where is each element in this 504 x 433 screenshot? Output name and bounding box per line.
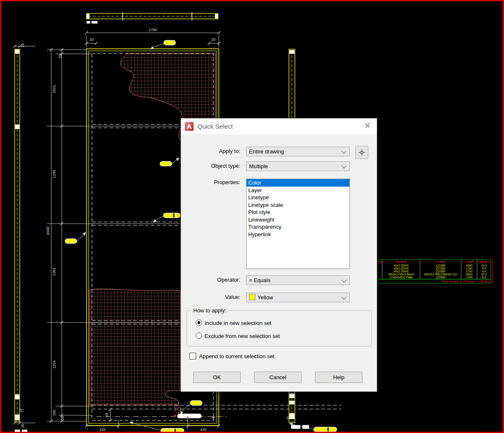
edge-mark	[15, 430, 20, 432]
balloon-label	[161, 428, 184, 433]
append-checkbox-label: Append to current selection set	[199, 353, 274, 359]
property-item-color[interactable]: Color	[247, 179, 349, 187]
svg-text:420: 420	[99, 428, 105, 432]
svg-text:20: 20	[60, 416, 65, 420]
svg-text:Weight: Weight	[479, 260, 489, 264]
value-dropdown[interactable]: Yellow	[246, 293, 350, 302]
svg-text:4.0: 4.0	[482, 276, 486, 279]
svg-text:20: 20	[211, 37, 215, 42]
apply-to-value: Entire drawing	[249, 148, 284, 155]
svg-text:4940: 4940	[46, 227, 50, 235]
select-objects-button[interactable]	[355, 146, 368, 159]
side-view-left	[15, 49, 24, 422]
svg-text:4.8: 4.8	[482, 270, 486, 273]
svg-text:1740x145x2 Plate: 1740x145x2 Plate	[389, 276, 413, 279]
svg-text:58: 58	[105, 413, 109, 417]
svg-text:1700: 1700	[466, 270, 472, 273]
apply-to-dropdown[interactable]: Entire drawing	[246, 147, 350, 156]
svg-text:165: 165	[52, 409, 56, 416]
help-button[interactable]: Help	[315, 372, 362, 383]
svg-text:40x2.5SHS: 40x2.5SHS	[394, 267, 409, 270]
radio-include-label: Include in new selection set	[205, 320, 271, 326]
svg-text:1021: 1021	[52, 85, 56, 93]
property-item-plot-style[interactable]: Plot style	[247, 209, 349, 216]
how-to-apply-group	[186, 310, 372, 346]
balloon-label	[190, 401, 202, 405]
dialog-titlebar[interactable]: Quick Select ×	[181, 119, 377, 134]
close-icon[interactable]: ×	[358, 119, 377, 134]
chevron-down-icon	[341, 277, 346, 282]
autocad-viewport: 1780202020201021129949401301115416520205…	[0, 0, 504, 433]
svg-text:Qty: Qty	[377, 260, 383, 264]
balloon-label	[65, 239, 77, 243]
balloon-label	[314, 427, 337, 432]
balloon-label	[164, 40, 176, 45]
radio-include-new-selection[interactable]	[196, 319, 202, 326]
svg-text:40x2.5SHS: 40x2.5SHS	[394, 264, 409, 267]
autocad-logo-icon	[185, 122, 194, 131]
value-value: Yellow	[257, 294, 273, 301]
property-item-hyperlink[interactable]: Hyperlink	[247, 231, 349, 238]
svg-text:20: 20	[58, 54, 62, 58]
svg-text:1301: 1301	[52, 267, 56, 276]
svg-text:Q235B: Q235B	[436, 276, 445, 279]
panel-top-view	[87, 12, 218, 24]
svg-text:Grade: Grade	[436, 260, 445, 264]
property-item-linetype[interactable]: Linetype	[247, 194, 349, 201]
property-item-layer[interactable]: Layer	[247, 187, 349, 194]
select-objects-icon	[358, 149, 365, 156]
operator-dropdown[interactable]: = Equals	[246, 275, 350, 285]
svg-text:20: 20	[89, 37, 94, 42]
balloon-label	[163, 213, 180, 218]
svg-text:4940: 4940	[466, 264, 472, 267]
append-checkbox[interactable]	[189, 353, 196, 359]
property-item-lineweight[interactable]: Lineweight	[247, 216, 349, 224]
value-label: Value:	[181, 294, 240, 300]
balloon-label	[160, 161, 172, 166]
property-item-linetype-scale[interactable]: Linetype scale	[247, 201, 349, 209]
radio-exclude-label: Exclude from new selection set	[205, 333, 280, 339]
chevron-down-icon	[341, 295, 346, 299]
svg-text:20: 20	[21, 424, 25, 428]
properties-list[interactable]: ColorLayerLinetypeLinetype scalePlot sty…	[246, 179, 350, 269]
svg-text:Length: Length	[465, 260, 474, 264]
properties-label: Properties:	[181, 179, 240, 185]
radio-exclude-new-selection[interactable]	[196, 333, 202, 339]
svg-text:20: 20	[21, 43, 25, 48]
dialog-title: Quick Select	[197, 123, 233, 130]
svg-text:32.0: 32.0	[481, 273, 487, 276]
object-type-value: Multiple	[249, 163, 268, 169]
object-type-dropdown[interactable]: Multiple	[246, 161, 350, 171]
operator-label: Operator:	[181, 277, 240, 283]
cancel-button[interactable]: Cancel	[254, 372, 302, 383]
object-type-label: Object type:	[181, 163, 240, 169]
svg-text:1154: 1154	[52, 360, 56, 368]
svg-text:5.0: 5.0	[482, 267, 486, 270]
chevron-down-icon	[341, 149, 346, 153]
property-item-transparency[interactable]: Transparency	[247, 223, 349, 231]
svg-text:WG312 WELDMESH SG: WG312 WELDMESH SG	[424, 273, 457, 276]
svg-text:13.9: 13.9	[481, 264, 487, 267]
svg-text:40x2.5SHS: 40x2.5SHS	[394, 270, 409, 273]
bom-table: QtyMaterialGradeLengthWeight40x2.5SHSQ23…	[377, 259, 491, 283]
svg-text:4900x1740x3 Mesh: 4900x1740x3 Mesh	[388, 273, 414, 276]
svg-text:1780: 1780	[149, 28, 157, 32]
svg-text:Material: Material	[396, 260, 407, 264]
quick-select-dialog: Quick Select × Apply to: Entire drawing …	[181, 118, 377, 392]
edge-mark	[22, 430, 27, 432]
bom-total: Total weight of 20 items = 185.8kg	[441, 280, 490, 283]
svg-text:420: 420	[200, 428, 206, 432]
operator-value: = Equals	[249, 277, 270, 283]
apply-to-label: Apply to:	[181, 148, 240, 154]
how-to-apply-label: How to apply:	[191, 307, 228, 314]
svg-text:1740: 1740	[466, 276, 472, 279]
svg-text:1780: 1780	[466, 267, 472, 270]
color-swatch-yellow	[249, 294, 255, 300]
svg-text:1299: 1299	[52, 170, 56, 178]
chevron-down-icon	[341, 164, 346, 168]
ok-button[interactable]: OK	[193, 372, 241, 383]
svg-text:4900: 4900	[466, 273, 472, 276]
